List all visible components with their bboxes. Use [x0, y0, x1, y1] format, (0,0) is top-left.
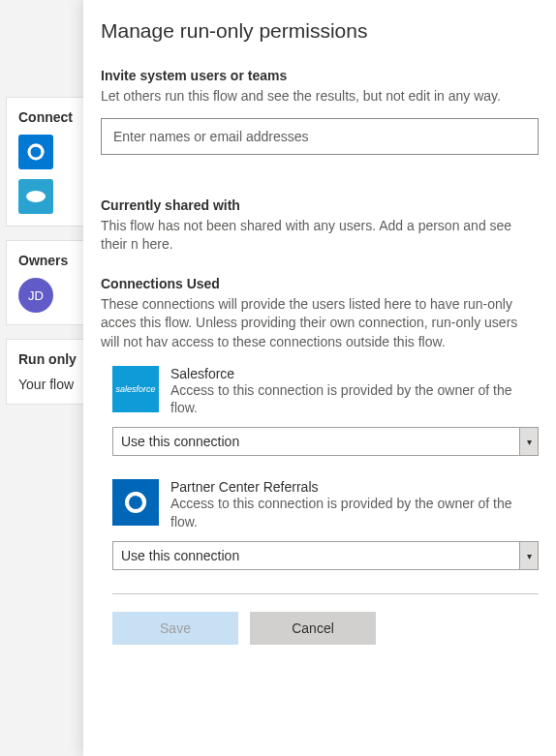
partner-referrals-icon [112, 479, 159, 526]
save-button[interactable]: Save [112, 612, 238, 645]
connection-name: Salesforce [170, 366, 539, 381]
panel-title: Manage run-only permissions [101, 19, 539, 43]
connections-title: Connections Used [101, 276, 539, 291]
connection-sub: Access to this connection is provided by… [170, 495, 539, 531]
avatar: JD [18, 278, 53, 313]
connection-select[interactable]: Use this connection [112, 427, 539, 456]
connection-name: Partner Center Referrals [170, 479, 539, 495]
shared-desc: This flow has not been shared with any u… [101, 217, 539, 255]
divider [112, 593, 539, 594]
connection-item: Partner Center Referrals Access to this … [112, 479, 539, 531]
salesforce-icon [18, 179, 53, 214]
connection-select[interactable]: Use this connection [112, 541, 539, 570]
cancel-button[interactable]: Cancel [250, 612, 376, 645]
shared-title: Currently shared with [101, 197, 539, 213]
invite-title: Invite system users or teams [101, 68, 539, 83]
salesforce-icon: salesforce [112, 366, 159, 412]
svg-point-1 [26, 191, 46, 202]
connection-item: salesforce Salesforce Access to this con… [112, 366, 539, 418]
invite-input[interactable] [101, 118, 539, 155]
permissions-panel: Manage run-only permissions Invite syste… [83, 0, 556, 756]
connections-desc: These connections will provide the users… [101, 295, 539, 352]
connection-sub: Access to this connection is provided by… [170, 381, 539, 418]
partner-referrals-icon [18, 135, 53, 169]
invite-desc: Let others run this flow and see the res… [101, 87, 539, 106]
